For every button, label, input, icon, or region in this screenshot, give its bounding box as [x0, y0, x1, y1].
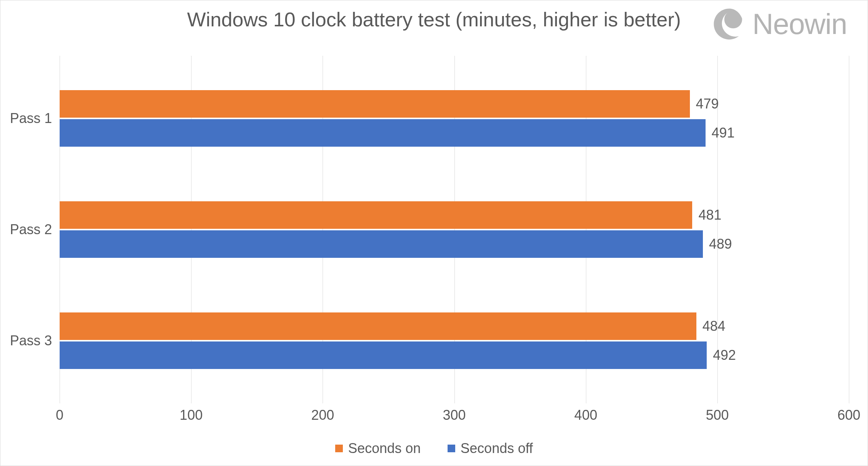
- neowin-logo-icon: [713, 8, 746, 40]
- legend: Seconds on Seconds off: [0, 440, 868, 456]
- legend-label-seconds-off: Seconds off: [461, 440, 533, 456]
- category-label: Pass 2: [10, 222, 52, 238]
- legend-swatch-blue-icon: [448, 445, 455, 452]
- bar: [60, 119, 706, 147]
- x-tick-label: 0: [56, 407, 63, 423]
- legend-label-seconds-on: Seconds on: [348, 440, 421, 456]
- bar-value-label: 492: [713, 347, 736, 363]
- x-tick-label: 300: [443, 407, 466, 423]
- bar-value-label: 489: [709, 236, 732, 252]
- bar: [60, 230, 703, 258]
- watermark: Neowin: [713, 7, 847, 40]
- bar-value-label: 491: [712, 125, 735, 141]
- bar: [60, 312, 696, 340]
- bar-value-label: 479: [696, 96, 719, 112]
- legend-item-seconds-off: Seconds off: [448, 440, 533, 456]
- x-tick-label: 400: [574, 407, 597, 423]
- x-tick-label: 100: [180, 407, 203, 423]
- bar: [60, 201, 692, 229]
- plot-area: 0100200300400500600Pass 1479491Pass 2481…: [60, 56, 849, 403]
- category-label: Pass 3: [10, 333, 52, 349]
- x-tick-label: 600: [837, 407, 860, 423]
- legend-swatch-orange-icon: [335, 445, 343, 452]
- gridline: [849, 56, 849, 403]
- category-label: Pass 1: [10, 110, 52, 126]
- chart-container: Windows 10 clock battery test (minutes, …: [0, 0, 868, 466]
- x-tick-label: 200: [311, 407, 334, 423]
- bar-value-label: 481: [698, 207, 721, 223]
- legend-item-seconds-on: Seconds on: [335, 440, 421, 456]
- bar: [60, 90, 690, 118]
- x-tick-label: 500: [706, 407, 729, 423]
- bar-value-label: 484: [703, 318, 725, 334]
- bar: [60, 341, 707, 369]
- watermark-text: Neowin: [753, 7, 847, 40]
